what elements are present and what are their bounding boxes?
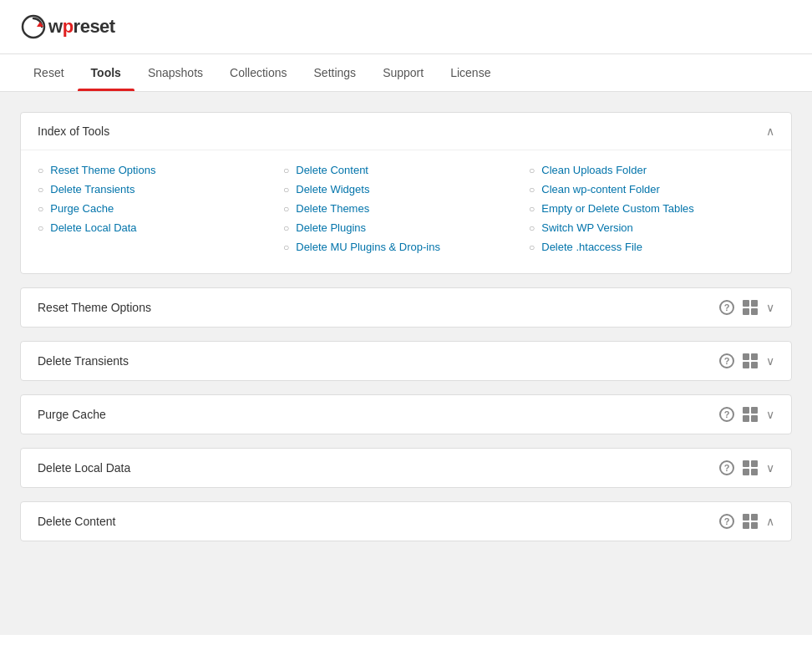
- question-icon[interactable]: ?: [719, 300, 734, 315]
- chevron-up-icon[interactable]: ∧: [766, 515, 774, 528]
- link-delete-content[interactable]: Delete Content: [296, 164, 368, 176]
- nav-reset[interactable]: Reset: [20, 54, 78, 91]
- list-item: ○ Clean Uploads Folder: [529, 160, 774, 180]
- bullet-icon: ○: [283, 165, 289, 176]
- list-item: ○ Clean wp-content Folder: [529, 180, 774, 199]
- list-item: ○ Delete .htaccess File: [529, 237, 774, 256]
- index-card-title: Index of Tools: [38, 124, 109, 138]
- chevron-down-icon[interactable]: ∨: [766, 354, 774, 368]
- bullet-icon: ○: [529, 184, 535, 196]
- bullet-icon: ○: [38, 203, 43, 215]
- delete-content-header[interactable]: Delete Content ? ∧: [21, 502, 791, 541]
- grid-icon[interactable]: [743, 514, 758, 529]
- content-area: Index of Tools ∧ ○ Reset Theme Options ○: [0, 92, 812, 635]
- question-icon[interactable]: ?: [719, 407, 734, 422]
- link-delete-transients[interactable]: Delete Transients: [50, 183, 134, 196]
- link-reset-theme-options[interactable]: Reset Theme Options: [50, 164, 155, 176]
- link-switch-wp-version[interactable]: Switch WP Version: [541, 221, 633, 234]
- list-item: ○ Delete Themes: [283, 199, 529, 218]
- bullet-icon: ○: [529, 222, 535, 234]
- list-item: ○ Purge Cache: [38, 199, 283, 218]
- link-empty-delete-custom-tables[interactable]: Empty or Delete Custom Tables: [541, 202, 694, 215]
- reset-theme-options-title: Reset Theme Options: [38, 301, 151, 314]
- index-of-tools-card: Index of Tools ∧ ○ Reset Theme Options ○: [20, 112, 792, 274]
- delete-local-data-title: Delete Local Data: [38, 461, 130, 475]
- link-delete-plugins[interactable]: Delete Plugins: [296, 221, 366, 234]
- nav-snapshots[interactable]: Snapshots: [134, 54, 216, 91]
- list-item: ○ Switch WP Version: [529, 218, 774, 237]
- bullet-icon: ○: [529, 165, 535, 176]
- index-columns: ○ Reset Theme Options ○ Delete Transient…: [38, 160, 774, 256]
- index-col-2: ○ Delete Content ○ Delete Widgets ○ Dele…: [283, 160, 529, 256]
- index-col-3: ○ Clean Uploads Folder ○ Clean wp-conten…: [529, 160, 774, 256]
- link-clean-wp-content-folder[interactable]: Clean wp-content Folder: [541, 183, 660, 196]
- link-delete-local-data[interactable]: Delete Local Data: [50, 221, 136, 234]
- delete-content-card: Delete Content ? ∧: [20, 501, 792, 541]
- delete-content-actions: ? ∧: [719, 514, 774, 529]
- link-clean-uploads-folder[interactable]: Clean Uploads Folder: [541, 164, 647, 176]
- index-card-actions: ∧: [766, 124, 774, 138]
- reset-theme-options-card: Reset Theme Options ? ∨: [20, 287, 792, 328]
- delete-transients-header[interactable]: Delete Transients ? ∨: [21, 342, 791, 380]
- list-item: ○ Delete Widgets: [283, 180, 529, 199]
- reset-theme-options-actions: ? ∨: [719, 300, 774, 315]
- bullet-icon: ○: [529, 203, 535, 215]
- grid-icon[interactable]: [743, 460, 758, 475]
- delete-transients-card: Delete Transients ? ∨: [20, 341, 792, 381]
- list-item: ○ Delete Content: [283, 160, 529, 180]
- bullet-icon: ○: [38, 184, 43, 196]
- purge-cache-header[interactable]: Purge Cache ? ∨: [21, 395, 791, 434]
- delete-local-data-header[interactable]: Delete Local Data ? ∨: [21, 449, 791, 487]
- bullet-icon: ○: [283, 203, 289, 215]
- grid-icon[interactable]: [743, 407, 758, 422]
- delete-local-data-card: Delete Local Data ? ∨: [20, 448, 792, 488]
- nav-tools[interactable]: Tools: [78, 54, 134, 91]
- question-icon[interactable]: ?: [719, 460, 734, 475]
- index-card-body: ○ Reset Theme Options ○ Delete Transient…: [21, 150, 791, 273]
- link-delete-widgets[interactable]: Delete Widgets: [296, 183, 369, 196]
- delete-content-title: Delete Content: [38, 515, 115, 528]
- purge-cache-card: Purge Cache ? ∨: [20, 394, 792, 434]
- chevron-down-icon[interactable]: ∨: [766, 461, 774, 475]
- list-item: ○ Delete MU Plugins & Drop-ins: [283, 237, 529, 256]
- link-delete-htaccess-file[interactable]: Delete .htaccess File: [541, 241, 642, 253]
- header: wpreset: [0, 0, 812, 54]
- logo: wpreset: [20, 13, 115, 40]
- bullet-icon: ○: [283, 222, 289, 234]
- chevron-down-icon[interactable]: ∨: [766, 408, 774, 421]
- logo-icon: [20, 13, 47, 40]
- logo-text: wpreset: [48, 16, 115, 38]
- purge-cache-actions: ? ∨: [719, 407, 774, 422]
- bullet-icon: ○: [283, 241, 289, 253]
- index-col-1: ○ Reset Theme Options ○ Delete Transient…: [38, 160, 283, 256]
- list-item: ○ Delete Transients: [38, 180, 283, 199]
- link-delete-mu-plugins[interactable]: Delete MU Plugins & Drop-ins: [296, 241, 440, 253]
- main-nav: Reset Tools Snapshots Collections Settin…: [0, 54, 812, 92]
- question-icon[interactable]: ?: [719, 353, 734, 368]
- delete-transients-actions: ? ∨: [719, 353, 774, 368]
- nav-license[interactable]: License: [437, 54, 504, 91]
- nav-collections[interactable]: Collections: [216, 54, 300, 91]
- delete-local-data-actions: ? ∨: [719, 460, 774, 475]
- index-card-header[interactable]: Index of Tools ∧: [21, 113, 791, 150]
- nav-settings[interactable]: Settings: [301, 54, 370, 91]
- list-item: ○ Reset Theme Options: [38, 160, 283, 180]
- bullet-icon: ○: [38, 222, 43, 234]
- list-item: ○ Delete Plugins: [283, 218, 529, 237]
- grid-icon[interactable]: [743, 353, 758, 368]
- delete-transients-title: Delete Transients: [38, 354, 129, 368]
- chevron-down-icon[interactable]: ∨: [766, 301, 774, 314]
- bullet-icon: ○: [529, 241, 535, 253]
- link-delete-themes[interactable]: Delete Themes: [296, 202, 369, 215]
- bullet-icon: ○: [38, 165, 43, 176]
- link-purge-cache[interactable]: Purge Cache: [50, 202, 114, 215]
- list-item: ○ Delete Local Data: [38, 218, 283, 237]
- bullet-icon: ○: [283, 184, 289, 196]
- list-item: ○ Empty or Delete Custom Tables: [529, 199, 774, 218]
- index-collapse-icon[interactable]: ∧: [766, 124, 774, 138]
- question-icon[interactable]: ?: [719, 514, 734, 529]
- reset-theme-options-header[interactable]: Reset Theme Options ? ∨: [21, 288, 791, 327]
- nav-support[interactable]: Support: [369, 54, 437, 91]
- grid-icon[interactable]: [743, 300, 758, 315]
- purge-cache-title: Purge Cache: [38, 408, 106, 421]
